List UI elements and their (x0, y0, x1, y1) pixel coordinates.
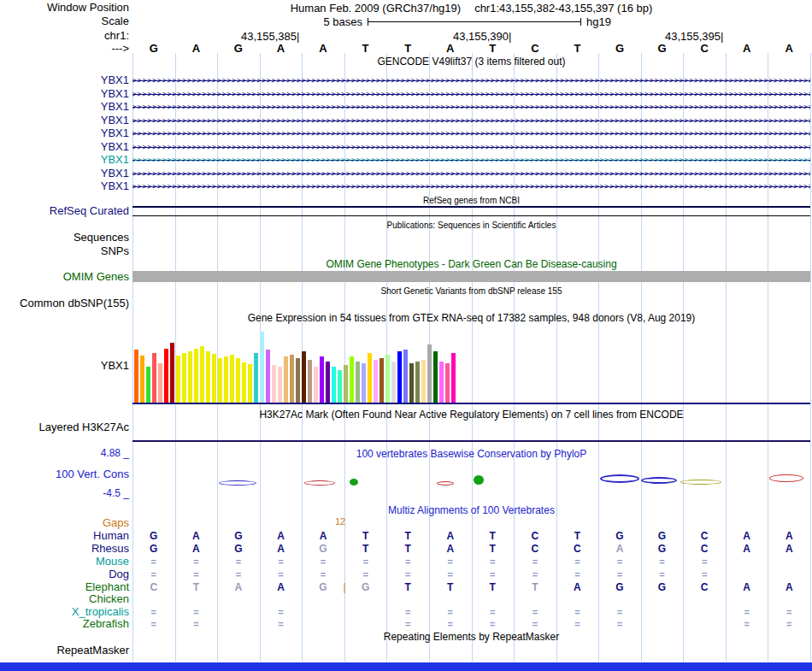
gtex-tissue-bar[interactable] (397, 351, 402, 403)
gtex-tissue-bar[interactable] (224, 356, 228, 403)
gtex-tissue-bar[interactable] (170, 343, 174, 403)
gtex-tissue-bar[interactable] (427, 344, 432, 403)
h3k27ac-track-line[interactable] (132, 440, 810, 442)
alignment-gap-mark: = (786, 619, 791, 630)
gtex-tissue-bar[interactable] (182, 353, 186, 403)
alignment-base: A (277, 544, 285, 555)
gtex-tissue-bar[interactable] (188, 351, 192, 403)
gene-label-ybx1[interactable]: YBX1 (0, 141, 129, 152)
gtex-tissue-bar[interactable] (356, 362, 360, 403)
gtex-tissue-bar[interactable] (140, 356, 144, 403)
gtex-tissue-bar[interactable] (391, 362, 396, 403)
gtex-tissue-bar[interactable] (439, 362, 444, 403)
alignment-gap-mark: = (362, 569, 368, 580)
sequence-base: A (743, 43, 750, 55)
gene-label-ybx1[interactable]: YBX1 (0, 115, 129, 126)
gtex-tissue-bar[interactable] (451, 353, 456, 403)
gene-item-ybx1[interactable]: >>>>>>>>>>>>>>>>>>>>>>>>>>>>>>>>>>>>>>>>… (132, 144, 810, 151)
conservation-mark (474, 475, 484, 485)
gtex-tissue-bar[interactable] (254, 353, 258, 403)
alignment-base: C (701, 544, 709, 555)
gene-item-ybx1[interactable]: >>>>>>>>>>>>>>>>>>>>>>>>>>>>>>>>>>>>>>>>… (132, 91, 810, 98)
gtex-tissue-bar[interactable] (374, 360, 378, 403)
alignment-gap-mark: = (744, 607, 749, 618)
gtex-tissue-bar[interactable] (314, 367, 318, 403)
alignment-gap-mark: = (278, 556, 283, 568)
refseq-curated-item[interactable] (132, 206, 810, 208)
gtex-tissue-bar[interactable] (380, 358, 384, 403)
gtex-tissue-bar[interactable] (403, 350, 408, 403)
gtex-tissue-bar[interactable] (290, 355, 294, 403)
sequence-base: T (362, 43, 369, 55)
gtex-tissue-bar[interactable] (326, 362, 330, 403)
gtex-tissue-bar[interactable] (409, 363, 414, 403)
gene-label-ybx1[interactable]: YBX1 (0, 154, 129, 165)
gtex-tissue-bar[interactable] (248, 364, 252, 403)
sequence-base: A (446, 43, 454, 55)
gene-item-ybx1[interactable]: >>>>>>>>>>>>>>>>>>>>>>>>>>>>>>>>>>>>>>>>… (132, 156, 810, 164)
alignment-base: A (192, 531, 200, 542)
alignment-gap-mark: = (533, 569, 538, 580)
alignment-gap-mark: = (362, 556, 368, 568)
gtex-tissue-bar[interactable] (350, 356, 354, 403)
omim-genes-bar[interactable] (132, 271, 810, 282)
gtex-tissue-bar[interactable] (362, 363, 366, 403)
gene-item-ybx1[interactable]: >>>>>>>>>>>>>>>>>>>>>>>>>>>>>>>>>>>>>>>>… (132, 117, 810, 125)
gtex-tissue-bar[interactable] (308, 360, 312, 403)
alignment-base: A (320, 531, 327, 542)
gene-item-ybx1[interactable]: >>>>>>>>>>>>>>>>>>>>>>>>>>>>>>>>>>>>>>>>… (132, 103, 810, 111)
gtex-tissue-bar[interactable] (158, 363, 162, 403)
gtex-tissue-bar[interactable] (200, 346, 204, 403)
gtex-tissue-bar[interactable] (236, 358, 240, 403)
gtex-tissue-bar[interactable] (266, 350, 270, 403)
gtex-tissue-bar[interactable] (296, 358, 300, 403)
gtex-tissue-bar[interactable] (433, 351, 438, 403)
gtex-tissue-bar[interactable] (260, 332, 264, 403)
gtex-tissue-bar[interactable] (152, 353, 156, 403)
gene-label-ybx1[interactable]: YBX1 (0, 180, 129, 191)
gtex-tissue-bar[interactable] (176, 356, 180, 403)
gene-item-ybx1[interactable]: >>>>>>>>>>>>>>>>>>>>>>>>>>>>>>>>>>>>>>>>… (132, 77, 810, 85)
gene-label-ybx1[interactable]: YBX1 (0, 88, 129, 99)
gtex-tissue-bar[interactable] (164, 349, 168, 403)
gtex-tissue-bar[interactable] (194, 349, 198, 403)
gene-label-ybx1[interactable]: YBX1 (0, 101, 129, 112)
gtex-tissue-bar[interactable] (278, 367, 282, 403)
alignment-gap-mark: = (321, 556, 326, 568)
alignment-gap-mark: = (278, 569, 283, 580)
alignment-base: G (658, 544, 666, 555)
gtex-tissue-bar[interactable] (385, 355, 390, 403)
gtex-tissue-bar[interactable] (320, 356, 324, 403)
alignment-gap-mark: = (278, 607, 283, 618)
gtex-tissue-bar[interactable] (415, 362, 420, 403)
sequence-base: A (192, 43, 200, 55)
gtex-tissue-bar[interactable] (272, 365, 276, 403)
gtex-tissue-bar[interactable] (445, 363, 450, 403)
gtex-tissue-bar[interactable] (421, 360, 426, 403)
gene-label-ybx1[interactable]: YBX1 (0, 168, 129, 179)
insertion-pipe: | (343, 582, 345, 593)
gtex-tissue-bar[interactable] (146, 367, 150, 403)
gtex-tissue-bar[interactable] (206, 351, 210, 403)
gtex-tissue-bar[interactable] (218, 358, 222, 403)
gtex-tissue-bar[interactable] (134, 350, 138, 403)
gene-label-ybx1[interactable]: YBX1 (0, 74, 129, 85)
gtex-tissue-bar[interactable] (344, 365, 348, 403)
gtex-tissue-bar[interactable] (332, 367, 336, 403)
gtex-tissue-bar[interactable] (230, 355, 234, 403)
gene-item-ybx1[interactable]: >>>>>>>>>>>>>>>>>>>>>>>>>>>>>>>>>>>>>>>>… (132, 183, 810, 191)
gtex-tissue-bar[interactable] (302, 351, 306, 403)
species-label-elephant: Elephant (0, 581, 129, 592)
alignment-gap-mark: = (490, 569, 495, 580)
gtex-tissue-bar[interactable] (212, 354, 216, 403)
gtex-tissue-bar[interactable] (368, 353, 372, 403)
gtex-tissue-bar[interactable] (338, 370, 342, 403)
gene-label-ybx1[interactable]: YBX1 (0, 127, 129, 138)
gene-item-ybx1[interactable]: >>>>>>>>>>>>>>>>>>>>>>>>>>>>>>>>>>>>>>>>… (132, 170, 810, 178)
alignment-gap-mark: = (533, 619, 538, 630)
alignment-gap-mark: = (744, 619, 749, 630)
gtex-tissue-bar[interactable] (284, 356, 288, 403)
gtex-tissue-bar[interactable] (242, 362, 246, 403)
gene-item-ybx1[interactable]: >>>>>>>>>>>>>>>>>>>>>>>>>>>>>>>>>>>>>>>>… (132, 130, 810, 138)
scale-assembly: hg19 (586, 15, 611, 28)
